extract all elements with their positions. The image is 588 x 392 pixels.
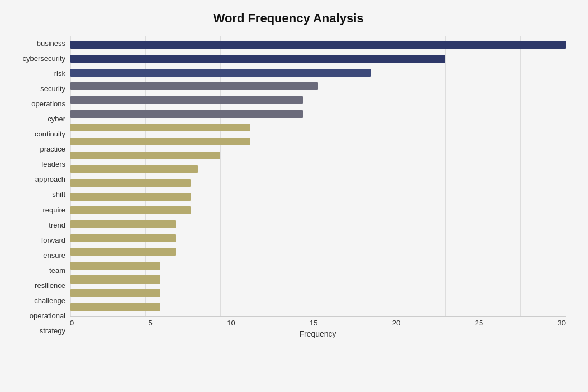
- chart-container: Word Frequency Analysis businesscybersec…: [0, 0, 588, 392]
- bar-row: [70, 204, 566, 218]
- y-label: team: [49, 267, 65, 274]
- bar-row: [70, 272, 566, 286]
- bar: [70, 152, 220, 159]
- bar-row: [70, 286, 566, 300]
- y-label: shift: [52, 191, 65, 198]
- y-label: forward: [41, 237, 65, 244]
- bar: [70, 124, 250, 131]
- y-label: operational: [30, 312, 65, 319]
- bar-row: [70, 65, 566, 79]
- bar-row: [70, 148, 566, 162]
- bar-row: [70, 259, 566, 273]
- bar: [70, 303, 160, 311]
- x-tick: 15: [310, 319, 317, 327]
- y-label: strategy: [40, 327, 65, 334]
- bar: [70, 193, 191, 201]
- bar-row: [70, 190, 566, 204]
- bar: [70, 96, 303, 104]
- bar: [70, 110, 303, 118]
- y-label: practice: [40, 145, 65, 153]
- bars-and-xaxis: 051015202530 Frequency: [70, 36, 566, 338]
- x-tick: 30: [558, 319, 566, 327]
- bar: [70, 82, 318, 90]
- bar-row: [70, 38, 566, 52]
- y-label: challenge: [34, 297, 65, 304]
- chart-title: Word Frequency Analysis: [11, 11, 566, 26]
- x-tick: 25: [475, 319, 483, 327]
- bar-row: [70, 79, 566, 93]
- x-axis-title: Frequency: [70, 329, 566, 338]
- y-label: operations: [31, 100, 65, 107]
- y-label: business: [37, 40, 65, 47]
- y-label: cybersecurity: [22, 55, 65, 62]
- bars-panel: [70, 36, 566, 317]
- y-label: leaders: [41, 160, 65, 168]
- bar: [70, 289, 160, 297]
- y-label: approach: [35, 176, 65, 183]
- y-label: resilience: [35, 282, 65, 289]
- bar-row: [70, 300, 566, 314]
- bar: [70, 69, 371, 77]
- bar-row: [70, 176, 566, 190]
- bar: [70, 248, 176, 256]
- bar-row: [70, 231, 566, 245]
- bar-row: [70, 93, 566, 107]
- y-label: risk: [54, 70, 65, 77]
- bar-row: [70, 107, 566, 121]
- y-label: trend: [49, 221, 65, 229]
- bar-row: [70, 135, 566, 149]
- x-tick: 20: [392, 319, 400, 327]
- y-label: cyber: [48, 115, 65, 122]
- bar: [70, 275, 160, 283]
- bar: [70, 165, 198, 173]
- bar-row: [70, 218, 566, 232]
- y-axis: businesscybersecurityrisksecurityoperati…: [11, 36, 70, 338]
- bar: [70, 234, 176, 242]
- bar: [70, 55, 445, 63]
- x-tick: 10: [227, 319, 235, 327]
- x-tick: 0: [70, 319, 74, 327]
- y-label: ensure: [43, 252, 65, 259]
- bar-row: [70, 121, 566, 135]
- bar-row: [70, 52, 566, 66]
- bar: [70, 41, 566, 49]
- bar-row: [70, 245, 566, 259]
- chart-area: businesscybersecurityrisksecurityoperati…: [11, 36, 566, 338]
- bar: [70, 206, 191, 214]
- y-label: security: [40, 85, 65, 92]
- y-label: require: [43, 206, 65, 214]
- bar: [70, 179, 191, 187]
- x-tick: 5: [149, 319, 153, 327]
- bar-rows: [70, 36, 566, 316]
- bar: [70, 262, 160, 270]
- bar: [70, 220, 176, 228]
- x-axis: 051015202530: [70, 317, 566, 327]
- y-label: continuity: [35, 130, 65, 138]
- bar: [70, 138, 250, 145]
- bar-row: [70, 162, 566, 176]
